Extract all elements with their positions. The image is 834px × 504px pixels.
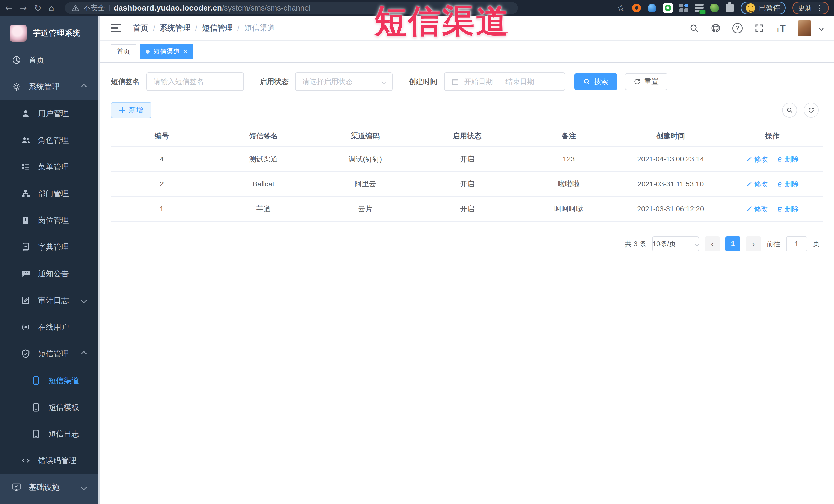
forward-icon[interactable]: →: [20, 4, 27, 12]
extensions-puzzle-icon[interactable]: [726, 4, 734, 12]
toggle-search-button[interactable]: [782, 103, 797, 117]
user-avatar[interactable]: [797, 20, 811, 37]
app-logo[interactable]: 芋道管理系统: [0, 16, 100, 47]
extension-plant-icon[interactable]: [710, 4, 719, 12]
prev-page-button[interactable]: ‹: [705, 237, 720, 251]
help-icon[interactable]: ?: [732, 23, 743, 34]
avatar-caret-icon[interactable]: [819, 26, 824, 31]
delete-link[interactable]: 删除: [777, 179, 799, 189]
search-button[interactable]: 搜索: [574, 73, 617, 90]
home-icon[interactable]: ⌂: [49, 4, 54, 12]
breadcrumb-system[interactable]: 系统管理: [160, 23, 191, 34]
emoji-avatar: [746, 3, 755, 13]
security-label[interactable]: 不安全: [83, 3, 105, 13]
refresh-table-button[interactable]: [804, 103, 818, 117]
update-chip[interactable]: 更新 ⋮: [792, 2, 829, 14]
sidebar-item-error-codes[interactable]: 错误码管理: [0, 447, 98, 474]
tab-sms-channel[interactable]: 短信渠道 ×: [140, 44, 193, 59]
delete-link[interactable]: 删除: [777, 204, 799, 214]
delete-icon: [777, 156, 783, 162]
sidebar-item-users[interactable]: 用户管理: [0, 100, 98, 127]
chevron-down-icon: [81, 298, 87, 304]
profile-paused-chip[interactable]: 已暂停: [741, 2, 786, 14]
sms-channel-icon: [31, 376, 41, 385]
sidebar-item-online-users[interactable]: 在线用户: [0, 314, 98, 341]
page-unit-label: 页: [813, 239, 820, 248]
fullscreen-icon[interactable]: [754, 23, 764, 33]
chevron-down-icon: [381, 79, 386, 84]
sidebar-item-home[interactable]: 首页: [0, 47, 98, 73]
extension-orange-icon[interactable]: [632, 4, 641, 12]
sidebar-item-sms-log[interactable]: 短信日志: [0, 420, 98, 447]
table-toolbar: 新增: [111, 102, 823, 118]
sidebar-item-system[interactable]: 系统管理: [0, 73, 98, 100]
plus-icon: [119, 107, 125, 113]
breadcrumb-home[interactable]: 首页: [133, 23, 148, 34]
reset-button[interactable]: 重置: [625, 73, 667, 90]
page-size-select[interactable]: 10条/页: [652, 237, 699, 251]
sidebar-item-infrastructure[interactable]: 基础设施: [0, 474, 98, 501]
main-content: 短信签名 启用状态 请选择启用状态 创建时间 开始日期 - 结束日期 搜索 重置…: [100, 63, 834, 504]
tab-home[interactable]: 首页: [111, 44, 136, 59]
infra-icon: [12, 483, 21, 492]
breadcrumb-current: 短信渠道: [244, 23, 275, 34]
chevron-down-icon: [81, 484, 87, 490]
notice-icon: [21, 269, 30, 278]
tags-view-bar: 首页 短信渠道 ×: [100, 41, 834, 63]
sidebar-item-sms-channel[interactable]: 短信渠道: [0, 367, 98, 394]
edit-link[interactable]: 修改: [746, 204, 768, 214]
browser-menu-icon[interactable]: ⋮: [816, 3, 824, 12]
search-form: 短信签名 启用状态 请选择启用状态 创建时间 开始日期 - 结束日期 搜索 重置: [111, 72, 823, 91]
sidebar-item-departments[interactable]: 部门管理: [0, 180, 98, 207]
breadcrumb: 首页 / 系统管理 / 短信管理 / 短信渠道: [133, 23, 275, 34]
sms-template-icon: [31, 402, 41, 412]
next-page-button[interactable]: ›: [746, 237, 761, 251]
github-icon[interactable]: [711, 23, 721, 33]
dict-icon: [21, 242, 30, 251]
sidebar-item-notices[interactable]: 通知公告: [0, 260, 98, 287]
sidebar-item-menus[interactable]: 菜单管理: [0, 154, 98, 180]
start-date-placeholder: 开始日期: [464, 77, 493, 87]
sidebar-item-roles[interactable]: 角色管理: [0, 127, 98, 154]
audit-log-icon: [21, 296, 30, 305]
url-path: /system/sms/sms-channel: [222, 4, 311, 12]
sidebar-item-audit-log[interactable]: 审计日志: [0, 287, 98, 314]
sidebar-toggle-icon[interactable]: [111, 24, 121, 32]
sidebar-item-sms[interactable]: 短信管理: [0, 341, 98, 367]
sms-log-icon: [31, 429, 41, 439]
back-icon[interactable]: ←: [5, 4, 13, 12]
goto-page-input[interactable]: [786, 237, 807, 251]
edit-link[interactable]: 修改: [746, 155, 768, 164]
sidebar-item-sms-template[interactable]: 短信模板: [0, 394, 98, 420]
sidebar: 芋道管理系统 首页 系统管理 用户管理 角色管理 菜单管理 部门管理: [0, 16, 100, 504]
breadcrumb-sms[interactable]: 短信管理: [202, 23, 233, 34]
font-size-icon[interactable]: TT: [776, 23, 786, 33]
status-select[interactable]: 请选择启用状态: [295, 72, 393, 91]
sidebar-menu: 首页 系统管理 用户管理 角色管理 菜单管理 部门管理 岗位管理: [0, 47, 98, 501]
app-title: 芋道管理系统: [33, 28, 81, 39]
extension-green-icon[interactable]: [663, 3, 673, 13]
extension-blue-icon[interactable]: [648, 4, 656, 12]
dept-icon: [21, 189, 30, 198]
header-search-icon[interactable]: [689, 23, 699, 33]
created-time-label: 创建时间: [409, 77, 437, 87]
status-label: 启用状态: [260, 77, 288, 87]
extension-grid-icon[interactable]: [679, 4, 688, 12]
add-button[interactable]: 新增: [111, 102, 151, 118]
delete-link[interactable]: 删除: [777, 155, 799, 164]
edit-link[interactable]: 修改: [746, 179, 768, 189]
extension-list-icon[interactable]: [695, 4, 704, 12]
table-row: 2 Ballcat 阿里云 开启 啦啦啦 2021-03-31 11:53:10…: [111, 172, 823, 197]
sign-input[interactable]: [146, 72, 244, 91]
dashboard-icon: [12, 56, 21, 65]
bookmark-star-icon[interactable]: ☆: [617, 2, 626, 14]
date-range-picker[interactable]: 开始日期 - 结束日期: [444, 72, 565, 91]
page-1-button[interactable]: 1: [725, 237, 740, 251]
table-header-row: 编号 短信签名 渠道编码 启用状态 备注 创建时间 操作: [111, 126, 823, 147]
reload-icon[interactable]: ↻: [34, 4, 42, 12]
close-tab-icon[interactable]: ×: [183, 48, 188, 55]
sidebar-item-posts[interactable]: 岗位管理: [0, 207, 98, 234]
sign-label: 短信签名: [111, 77, 140, 87]
sidebar-item-dictionary[interactable]: 字典管理: [0, 234, 98, 260]
extension-on-badge: [700, 10, 706, 14]
